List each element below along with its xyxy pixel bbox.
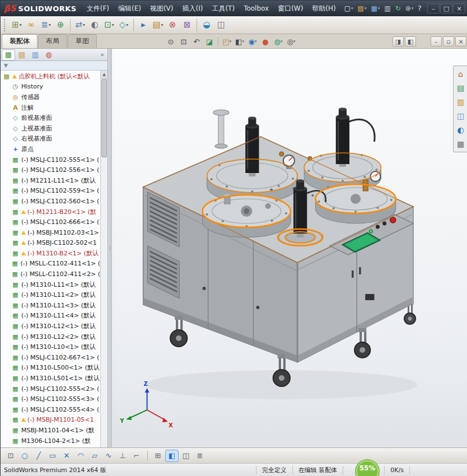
rectangle-tool-icon[interactable]: ▭ (46, 450, 59, 462)
menu-insert[interactable]: 插入(I) (178, 1, 208, 16)
tree-item[interactable]: (-) MSLJ-C1102-555<2> ( (1, 384, 100, 394)
menu-file[interactable]: 文件(F) (82, 1, 114, 16)
line-tool-icon[interactable]: ╱ (32, 450, 45, 462)
configurationmanager-tab-icon[interactable]: ▥ (29, 49, 42, 60)
solidworks-resources-icon[interactable]: ⌂ (455, 68, 467, 80)
tree-item[interactable]: 右视基准面 (1, 134, 100, 144)
interference-detection-icon[interactable]: ⊠ (180, 18, 194, 32)
split-pane-icon[interactable]: ◧ (405, 36, 416, 46)
filter-icon[interactable]: ▼ (4, 63, 8, 68)
tab-assembly[interactable]: 装配体 (2, 34, 38, 48)
tree-item[interactable]: (-) MSLJ-C1102-667<1> ( (1, 352, 100, 363)
tree-item[interactable]: (-) M1310-L12<1> (默认 (1, 321, 100, 332)
instant3d-icon[interactable]: ◒ (199, 18, 214, 32)
section-view-icon[interactable]: ◪ (203, 36, 216, 47)
tree-item[interactable]: 传感器 (1, 92, 100, 102)
fm-display-pane-icon[interactable]: ◨ (393, 36, 404, 46)
view-settings-icon[interactable]: ◎ (285, 36, 297, 47)
help-icon[interactable]: ? (416, 2, 423, 15)
tree-item[interactable]: (-) MSLJ-C1102-555<3> ( (1, 394, 100, 404)
tree-item[interactable]: (-) MSLL-C1102-411<2> ( (1, 269, 100, 279)
tab-sketch[interactable]: 草图 (68, 34, 97, 48)
tree-item[interactable]: 原点 (1, 144, 100, 155)
trim-entities-icon[interactable]: ⌐ (130, 450, 143, 462)
sketch-entity-icon[interactable]: ⊡ (4, 450, 17, 462)
toolbar-grip[interactable] (4, 19, 7, 31)
show-hidden-components-icon[interactable]: ◐ (87, 18, 102, 32)
tree-item[interactable]: (-) MSLJ-C1102-559<1> ( (1, 186, 100, 197)
panel-splitter[interactable]: ⋮ (108, 49, 112, 447)
tree-item[interactable]: (-) MSLJ-C1102-666<1> ( (1, 217, 100, 227)
external-references-icon[interactable]: ◫ (214, 18, 228, 32)
print-icon[interactable]: ▥ (382, 2, 392, 15)
tree-item[interactable]: (-) M1211-B20<1> (默 (1, 207, 100, 217)
tree-item[interactable]: 上视基准面 (1, 123, 100, 134)
tree-item[interactable]: (-) M1310-L12<2> (默认 (1, 332, 100, 342)
tree-item[interactable]: (-) M1310-L11<4> (默认 (1, 311, 100, 321)
zoom-to-fit-icon[interactable]: ⊙ (165, 36, 177, 47)
close-button[interactable]: × (453, 3, 465, 13)
pressure-tank-front-left[interactable] (203, 194, 291, 237)
tree-item[interactable]: (-) MSLJ-C1102-555<4> ( (1, 404, 100, 415)
tree-item[interactable]: (-) MSBJ-M1101-05<1 (1, 415, 100, 426)
tree-item[interactable]: (-) M1310-L11<1> (默认 (1, 279, 100, 290)
new-motion-study-icon[interactable]: ▸ (136, 18, 151, 32)
doc-close-icon[interactable]: × (455, 36, 466, 46)
tree-item[interactable]: (-) M1310-L501<1> (默认 (1, 373, 100, 384)
menu-edit[interactable]: 编辑(E) (114, 1, 146, 16)
smart-fasteners-icon[interactable]: ⊕ (53, 18, 68, 32)
headsup-separator-1[interactable] (218, 37, 218, 46)
exploded-view-icon[interactable]: ⊗ (165, 18, 180, 32)
reference-geometry-icon[interactable]: ◇ (116, 18, 131, 32)
move-component-icon[interactable]: ⇄ (73, 18, 87, 32)
insert-components-icon[interactable]: ⊞ (10, 18, 24, 32)
tree-item[interactable]: 点胶机上料机 (默认<默认 (1, 71, 100, 82)
display-style-icon[interactable]: ◧ (233, 36, 246, 47)
polygon-tool-icon[interactable]: ▱ (88, 450, 101, 462)
tree-item[interactable]: 注解 (1, 102, 100, 113)
tab-layout[interactable]: 布局 (38, 34, 67, 48)
toolbar-separator-1[interactable] (70, 19, 71, 31)
save-icon[interactable]: ▦ (369, 2, 381, 15)
grid-snap-icon[interactable]: ⊞ (151, 450, 165, 462)
circle-tool-icon[interactable]: ○ (18, 450, 31, 462)
mate-icon[interactable]: ∞ (24, 18, 39, 32)
maximize-button[interactable]: □ (440, 3, 452, 13)
propertymanager-tab-icon[interactable]: ▤ (15, 49, 29, 60)
options-icon[interactable]: ⊛ (404, 2, 415, 15)
doc-minimize-icon[interactable]: – (431, 36, 442, 46)
tree-item[interactable]: (-) MSBJ-M1102-03<1> (1, 227, 100, 238)
tree-item[interactable]: (-) MSBJ-C1102-502<1 (1, 238, 100, 249)
file-explorer-icon[interactable]: ▥ (455, 96, 467, 108)
displaymanager-tab-icon[interactable]: ◍ (42, 49, 55, 60)
menu-toolbox[interactable]: Toolbox (239, 1, 273, 16)
tree-item[interactable]: (-) MSLJ-C1102-556<1> ( (1, 165, 100, 175)
tree-item[interactable]: M1306-L104-2<1> (默 (1, 436, 100, 446)
linear-component-pattern-icon[interactable]: ≣ (39, 18, 53, 32)
scrollbar-thumb[interactable] (101, 79, 107, 157)
spline-tool-icon[interactable]: ∿ (102, 450, 115, 462)
tree-item[interactable]: MSBJ-M1101-04<1> (默 (1, 425, 100, 436)
featuremanager-tab-icon[interactable]: ▦ (2, 49, 15, 60)
edit-appearance-icon[interactable]: ● (259, 36, 272, 47)
open-icon[interactable]: ▤ (356, 2, 368, 15)
tree-item[interactable]: (-) M1310-L10<1> (默认 (1, 342, 100, 352)
minimize-button[interactable]: – (427, 3, 440, 13)
sketch-picture-icon[interactable]: ◫ (179, 450, 193, 462)
apply-scene-icon[interactable]: ◍ (272, 36, 284, 47)
assembly-features-icon[interactable]: ⊡ (102, 18, 116, 32)
arc-tool-icon[interactable]: ◠ (74, 450, 87, 462)
tree-item[interactable]: (-) MSLJ-C1102-560<1> ( (1, 196, 100, 207)
menu-view[interactable]: 视图(V) (146, 1, 178, 16)
point-tool-icon[interactable]: ✕ (60, 450, 73, 462)
toolbar-separator-2[interactable] (133, 19, 134, 31)
zoom-to-area-icon[interactable]: ⊡ (178, 36, 190, 47)
tree-item[interactable]: (-) MSLJ-C1102-555<1> ( (1, 155, 100, 165)
tree-item[interactable]: (-) M1310-L500<1> (默认 (1, 363, 100, 374)
panel-expand-chevron[interactable]: » (98, 51, 106, 58)
tree-item[interactable]: (-) MSLL-C1102-411<1> ( (1, 259, 100, 269)
shaded-sketch-contours-icon[interactable]: ◧ (165, 450, 179, 462)
custom-properties-icon[interactable]: ▦ (455, 138, 467, 150)
tree-item[interactable]: 前视基准面 (1, 113, 100, 123)
appearances-scenes-icon[interactable]: ◐ (455, 124, 467, 136)
